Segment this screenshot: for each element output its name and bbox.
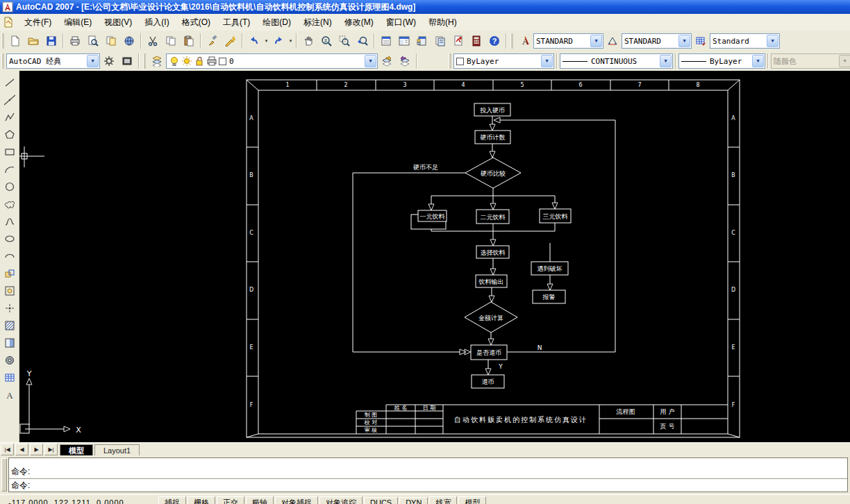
table-style-button[interactable]: [692, 32, 710, 50]
copy-button[interactable]: [162, 32, 180, 50]
toolbar-grip[interactable]: [143, 53, 146, 69]
arc-button[interactable]: [1, 161, 19, 178]
menu-item-6[interactable]: 绘图(D): [256, 15, 297, 31]
dropdown-arrow-icon[interactable]: ▼: [678, 35, 690, 47]
status-toggle-9[interactable]: 模型: [458, 496, 486, 504]
menu-item-9[interactable]: 窗口(W): [380, 15, 422, 31]
command-history[interactable]: 命令:: [9, 458, 847, 478]
polygon-button[interactable]: [1, 126, 19, 143]
dropdown-arrow-icon[interactable]: ▼: [87, 55, 99, 67]
menu-item-2[interactable]: 视图(V): [98, 15, 138, 31]
status-toggle-4[interactable]: 对象捕捉: [275, 496, 318, 504]
status-toggle-3[interactable]: 极轴: [246, 496, 274, 504]
match-properties-button[interactable]: [203, 32, 222, 50]
ellipse-button[interactable]: [1, 230, 19, 247]
dropdown-arrow-icon[interactable]: ▼: [590, 35, 602, 47]
dropdown-arrow-icon[interactable]: ▼: [365, 55, 376, 67]
tab-nav-next-button[interactable]: ▶: [30, 444, 43, 455]
designcenter-button[interactable]: [395, 32, 413, 50]
tool-palettes-button[interactable]: [413, 32, 431, 50]
make-block-button[interactable]: [1, 283, 19, 299]
menu-item-0[interactable]: 文件(F): [18, 15, 58, 31]
linetype-combo[interactable]: CONTINUOUS▼: [560, 53, 673, 69]
block-editor-button[interactable]: [222, 32, 240, 50]
status-toggle-5[interactable]: 对象追踪: [319, 496, 362, 504]
tab-nav-first-button[interactable]: |◀: [1, 444, 14, 455]
circle-button[interactable]: [1, 178, 19, 195]
layout-tab-1[interactable]: Layout1: [94, 444, 140, 456]
drawing-canvas[interactable]: 12345678AABBCCDDEEFF姓 名日 期制 图校 对审 核自动饮料贩…: [19, 71, 850, 442]
menu-item-1[interactable]: 编辑(E): [58, 15, 98, 31]
layer-properties-button[interactable]: [148, 52, 166, 70]
polyline-button[interactable]: [1, 109, 19, 126]
3d-dwf-button[interactable]: [120, 32, 138, 50]
zoom-realtime-button[interactable]: ±: [317, 32, 335, 50]
lineweight-combo[interactable]: ByLayer▼: [678, 53, 765, 69]
tab-nav-last-button[interactable]: ▶|: [44, 444, 58, 455]
status-toggle-8[interactable]: 线宽: [429, 496, 457, 504]
toolbar-grip[interactable]: [510, 33, 513, 49]
dropdown-arrow-icon[interactable]: ▼: [660, 55, 672, 67]
revision-cloud-button[interactable]: [1, 196, 19, 212]
color-combo[interactable]: ByLayer▼: [453, 53, 554, 69]
dropdown-arrow-icon[interactable]: ▾: [263, 38, 269, 44]
properties-button[interactable]: [377, 32, 395, 50]
menu-item-10[interactable]: 帮助(H): [422, 15, 463, 31]
menu-item-5[interactable]: 工具(T): [217, 15, 256, 31]
dim-style-button[interactable]: [603, 32, 622, 50]
toolbar-grip[interactable]: [1, 33, 4, 49]
cut-button[interactable]: [144, 32, 162, 50]
dropdown-arrow-icon[interactable]: ▼: [839, 55, 850, 67]
save-workspace-button[interactable]: [118, 52, 136, 70]
layer-previous-button[interactable]: [396, 52, 414, 70]
text-style-button[interactable]: A: [515, 32, 533, 50]
ellipse-arc-button[interactable]: [1, 248, 19, 264]
status-toggle-2[interactable]: 正交: [217, 496, 244, 504]
quickcalc-button[interactable]: [467, 32, 485, 50]
status-toggle-7[interactable]: DYN: [399, 497, 428, 504]
zoom-window-button[interactable]: [335, 32, 353, 50]
status-toggle-6[interactable]: DUCS: [364, 497, 398, 504]
point-button[interactable]: [1, 300, 19, 317]
spline-button[interactable]: [1, 213, 19, 230]
dropdown-arrow-icon[interactable]: ▼: [752, 55, 764, 67]
command-splitter[interactable]: [1, 458, 7, 492]
status-toggle-1[interactable]: 栅格: [188, 496, 215, 504]
multiline-text-button[interactable]: A: [1, 387, 19, 403]
plot-style-combo[interactable]: 随颜色▼: [771, 53, 850, 69]
publish-button[interactable]: [102, 32, 120, 50]
dropdown-arrow-icon[interactable]: ▾: [288, 38, 294, 44]
region-button[interactable]: [1, 352, 19, 369]
rectangle-button[interactable]: [1, 144, 19, 160]
construction-line-button[interactable]: [1, 92, 19, 108]
dropdown-arrow-icon[interactable]: ▼: [767, 35, 778, 47]
make-object-layer-current-button[interactable]: [378, 52, 396, 70]
new-file-button[interactable]: [6, 32, 24, 50]
save-button[interactable]: [42, 32, 60, 50]
gradient-button[interactable]: [1, 335, 19, 351]
coordinate-display[interactable]: -117.0000, 122.1211, 0.0000: [0, 498, 158, 504]
layout-tab-0[interactable]: 模型: [60, 444, 93, 456]
workspace-combo[interactable]: AutoCAD 经典▼: [6, 53, 100, 69]
menu-item-3[interactable]: 插入(I): [138, 15, 175, 31]
toolbar-grip[interactable]: [1, 53, 4, 69]
zoom-previous-button[interactable]: [353, 32, 372, 50]
tab-nav-prev-button[interactable]: ◀: [15, 444, 28, 455]
command-input[interactable]: 命令:: [9, 478, 847, 492]
insert-block-button[interactable]: [1, 265, 19, 282]
hatch-button[interactable]: [1, 317, 19, 334]
sheet-set-manager-button[interactable]: [431, 32, 449, 50]
menu-item-8[interactable]: 修改(M): [338, 15, 380, 31]
markup-set-manager-button[interactable]: [449, 32, 467, 50]
workspace-settings-button[interactable]: [100, 52, 118, 70]
line-button[interactable]: [1, 74, 19, 91]
layer-combo[interactable]: 0▼: [166, 53, 378, 69]
help-button[interactable]: ?: [485, 32, 503, 50]
toolbar-grip[interactable]: [449, 53, 451, 69]
table-button[interactable]: [1, 369, 19, 386]
table-style-combo[interactable]: Standard▼: [710, 33, 780, 49]
pan-button[interactable]: [299, 32, 317, 50]
dropdown-arrow-icon[interactable]: ▼: [541, 55, 553, 67]
title-bar[interactable]: AutoCAD 2007 - [E:\公司文档\毕业设计论文集\2016\自动饮…: [0, 0, 850, 14]
open-button[interactable]: [24, 32, 42, 50]
